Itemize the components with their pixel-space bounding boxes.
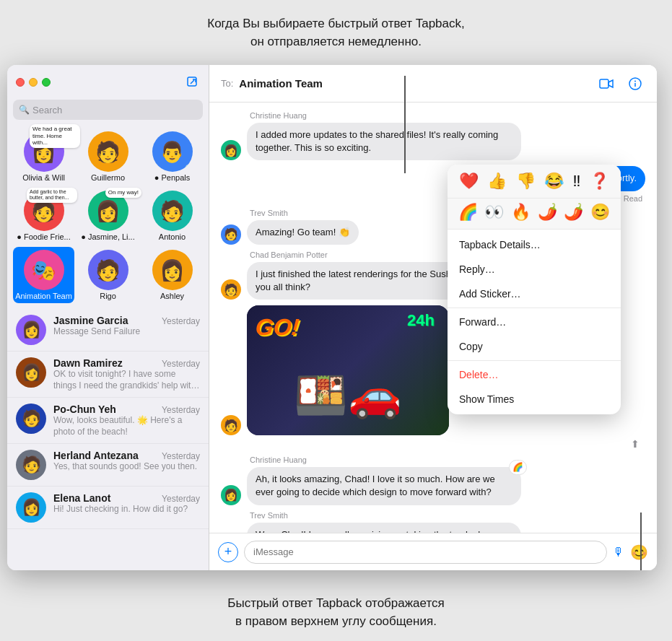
avatar-guillermo: 🧑 <box>88 131 128 172</box>
minimize-button[interactable] <box>29 78 38 87</box>
chat-to-label: To: <box>221 78 233 89</box>
add-button[interactable]: + <box>218 542 238 562</box>
speech-bubble-olivia: We had a great time. Home with... <box>30 124 80 148</box>
conv-name-dawn-ramirez: Dawn Ramirez <box>53 357 123 369</box>
avatar-penpals: 👨 <box>152 131 193 172</box>
avatar-label-rigo: Rigo <box>100 292 116 300</box>
msg-group-5: Trev Smith 🧑 Wow, Chad! I can really env… <box>221 511 645 533</box>
menu-reply[interactable]: Reply… <box>448 257 621 282</box>
conv-name-jasmine-garcia: Jasmine Garcia <box>53 315 128 326</box>
avatar-item-penpals[interactable]: 👨 ● Penpals <box>141 128 203 185</box>
sender-name-4: Christine Huang <box>250 455 645 464</box>
menu-delete-label: Delete… <box>459 369 498 380</box>
compose-icon[interactable] <box>186 75 200 90</box>
avatar-item-ashley[interactable]: 👩 Ashley <box>141 247 203 303</box>
conv-name-po-chun-yeh: Po-Chun Yeh <box>53 404 116 415</box>
menu-delete[interactable]: Delete… <box>448 362 621 387</box>
chat-header-actions <box>596 74 645 94</box>
avatar-label-jasmine: ● Jasmine, Li... <box>81 232 135 241</box>
conv-avatar-po-chun-yeh: 🧑 <box>16 404 46 434</box>
callout-line-bottom <box>640 513 642 570</box>
avatar-antonio: 🧑 <box>152 191 193 231</box>
avatar-item-guillermo[interactable]: 🧑 Guillermo <box>77 128 139 185</box>
avatar-item-rigo[interactable]: 🧑 Rigo <box>77 247 139 303</box>
bubble-2[interactable]: Amazing! Go team! 👏 <box>247 220 359 245</box>
conv-item-jasmine-garcia[interactable]: 👩 Jasmine Garcia Yesterday Message Send … <box>7 309 209 352</box>
menu-tapback-details[interactable]: Tapback Details… <box>448 232 621 257</box>
context-menu-divider-2 <box>448 360 621 361</box>
tapback-badge: 🌈 <box>509 460 527 475</box>
info-icon[interactable] <box>625 74 645 94</box>
tapback-heart[interactable]: ❤️ <box>458 170 480 192</box>
share-icon[interactable]: ⬆ <box>631 438 640 450</box>
conv-name-elena-lanot: Elena Lanot <box>53 492 110 504</box>
conv-avatar-jasmine-garcia: 👩 <box>16 315 46 345</box>
tapback-pepper2[interactable]: 🌶️ <box>562 201 585 223</box>
bubble-4[interactable]: Ah, it looks amazing, Chad! I love it so… <box>247 467 521 505</box>
tapback-thumbsdown[interactable]: 👎 <box>515 170 537 192</box>
tapback-pepper[interactable]: 🌶️ <box>536 201 559 223</box>
bubble-1[interactable]: I added more updates to the shared files… <box>247 123 521 160</box>
tapback-question[interactable]: ❓ <box>588 170 611 192</box>
conv-item-herland[interactable]: 🧑 Herland Antezana Yesterday Yes, that s… <box>7 444 209 487</box>
close-button[interactable] <box>16 78 25 87</box>
tapback-exclamation[interactable]: ‼️ <box>571 170 582 192</box>
conv-preview-dawn-ramirez: OK to visit tonight? I have some things … <box>53 369 200 391</box>
conv-avatar-elena-lanot: 👩 <box>16 492 46 523</box>
go-text: GO! <box>254 314 300 341</box>
msg-avatar-chad-img: 🧑 <box>221 415 241 435</box>
avatar-item-foodie[interactable]: 🧑 Add garlic to the butter, and then... … <box>13 188 74 244</box>
avatar-item-olivia-will[interactable]: 👩 We had a great time. Home with... Oliv… <box>13 128 74 185</box>
bubble-5[interactable]: Wow, Chad! I can really envision us taki… <box>247 523 521 533</box>
svg-point-3 <box>634 80 636 82</box>
sender-name-1: Christine Huang <box>250 111 645 120</box>
avatar-label-penpals: ● Penpals <box>154 173 190 182</box>
avatar-item-antonio[interactable]: 🧑 Antonio <box>141 188 203 244</box>
video-call-icon[interactable] <box>596 74 616 94</box>
avatar-rigo: 🧑 <box>88 250 128 290</box>
chat-header: To: Animation Team <box>209 65 657 103</box>
conv-preview-elena-lanot: Hi! Just checking in. How did it go? <box>53 504 200 515</box>
speech-bubble-foodie: Add garlic to the butter, and then... <box>27 188 77 203</box>
menu-copy[interactable]: Copy <box>448 334 621 359</box>
online-indicator-penpals <box>186 165 191 170</box>
sidebar: 🔍 Search 👩 We had a great time. Home wit… <box>7 65 209 570</box>
menu-show-times-label: Show Times <box>459 393 514 405</box>
conv-item-dawn-ramirez[interactable]: 👩 Dawn Ramirez Yesterday OK to visit ton… <box>7 352 209 398</box>
conv-content-po-chun-yeh: Po-Chun Yeh Yesterday Wow, looks beautif… <box>53 404 200 437</box>
chat-title: Animation Team <box>239 77 323 90</box>
msg-group-4: Christine Huang 👩 Ah, it looks amazing, … <box>221 455 645 505</box>
tapback-eyes[interactable]: 👀 <box>483 201 505 223</box>
voice-icon[interactable]: 🎙 <box>613 546 624 559</box>
conv-item-po-chun-yeh[interactable]: 🧑 Po-Chun Yeh Yesterday Wow, looks beaut… <box>7 398 209 444</box>
conv-item-elena-lanot[interactable]: 👩 Elena Lanot Yesterday Hi! Just checkin… <box>7 487 209 529</box>
message-input[interactable] <box>244 541 607 564</box>
avatar-animation-team: 🎭 <box>24 250 64 290</box>
context-menu-items: Tapback Details… Reply… Add Sticker… For… <box>448 230 621 414</box>
tapback-fire[interactable]: 🔥 <box>510 201 532 223</box>
msg-row-1: 👩 I added more updates to the shared fil… <box>221 123 645 160</box>
sushi-car-image[interactable]: GO! 24h 🍱🚗 <box>247 305 449 435</box>
tapback-rainbow[interactable]: 🌈 <box>457 201 479 223</box>
conv-preview-po-chun-yeh: Wow, looks beautiful. 🌟 Here's a photo o… <box>53 415 200 437</box>
msg-row-4: 👩 Ah, it looks amazing, Chad! I love it … <box>221 467 645 505</box>
tapback-thumbsup[interactable]: 👍 <box>486 170 508 192</box>
search-icon: 🔍 <box>19 105 30 115</box>
annotation-bottom: Быстрый ответ Tapback отображается в пра… <box>0 583 672 641</box>
menu-forward[interactable]: Forward… <box>448 310 621 334</box>
conv-avatar-dawn-ramirez: 👩 <box>16 357 46 388</box>
search-bar[interactable]: 🔍 Search <box>13 100 203 120</box>
tapback-haha[interactable]: 😂 <box>543 170 565 192</box>
chat-panel: To: Animation Team <box>209 65 657 570</box>
menu-show-times[interactable]: Show Times <box>448 387 621 411</box>
conv-avatar-herland: 🧑 <box>16 450 46 480</box>
msg-group-1: Christine Huang 👩 I added more updates t… <box>221 111 645 160</box>
tapback-smile[interactable]: 😊 <box>589 201 611 223</box>
zap-text: 24h <box>407 311 435 330</box>
avatar-item-jasmine[interactable]: 👩 On my way! ● Jasmine, Li... <box>77 188 139 244</box>
avatar-item-animation-team[interactable]: 🎭 Animation Team <box>13 247 74 303</box>
callout-line-top <box>404 76 406 173</box>
menu-add-sticker[interactable]: Add Sticker… <box>448 282 621 306</box>
emoji-icon[interactable]: 😊 <box>630 544 648 561</box>
maximize-button[interactable] <box>42 78 51 87</box>
